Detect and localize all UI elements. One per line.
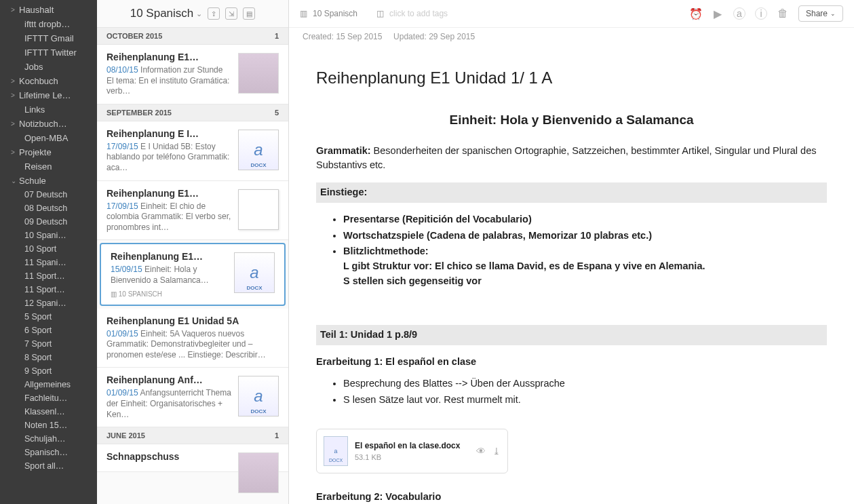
sidebar-item-label: Notizbuch… [19, 119, 67, 129]
list-item: S lesen Sätze laut vor. Rest murmelt mit… [343, 393, 827, 408]
sidebar-item[interactable]: >Notizbuch… [0, 117, 97, 131]
docx-thumb-icon: a [234, 252, 275, 293]
share-button[interactable]: Share ⌄ [798, 5, 843, 22]
sidebar-item[interactable]: Allgemeines [0, 378, 97, 391]
note-item[interactable]: Reihenplanung E1…15/09/15 Einheit: Hola … [100, 243, 286, 305]
docx-thumb-icon: a [238, 130, 279, 170]
note-content-panel: ▥ 10 Spanisch ◫ click to add tags ⏰ ▶ a … [289, 0, 854, 504]
sidebar-item[interactable]: 7 Sport [0, 337, 97, 351]
sidebar-item-label: Sport all… [24, 461, 64, 471]
sidebar-item[interactable]: Open-MBA [0, 131, 97, 145]
chevron-icon: > [11, 6, 18, 14]
sidebar-item[interactable]: ifttt dropb… [0, 17, 97, 31]
sidebar-item-label: 7 Sport [24, 339, 52, 349]
view-options-icon[interactable]: ▤ [243, 7, 255, 20]
sidebar-item-label: 5 Sport [24, 312, 52, 322]
reminder-icon[interactable]: ⏰ [690, 7, 702, 20]
created-date: 15 Sep 2015 [336, 32, 382, 41]
preview-icon[interactable]: 👁 [476, 444, 486, 459]
sidebar-item[interactable]: Klassenl… [0, 405, 97, 419]
sidebar-item-label: 12 Spani… [24, 298, 66, 308]
sidebar-item[interactable]: Fachleitu… [0, 391, 97, 405]
add-tags-placeholder[interactable]: click to add tags [389, 9, 448, 18]
note-list-scroll[interactable]: OCTOBER 20151Reihenplanung E1…08/10/15 I… [97, 28, 288, 504]
sidebar-item[interactable]: IFTTT Twitter [0, 45, 97, 60]
doc-title: Reihenplanung E1 Unidad 1/ 1 A [316, 66, 827, 90]
note-title: Reihenplanung Anf… [106, 374, 231, 385]
sidebar-item-label: ifttt dropb… [24, 19, 70, 29]
sidebar-item[interactable]: 8 Sport [0, 351, 97, 364]
sidebar-item[interactable]: 5 Sport [0, 310, 97, 324]
note-notebook-label[interactable]: 10 Spanisch [313, 9, 357, 18]
sidebar-item-label: Klassenl… [24, 407, 65, 416]
sidebar-item[interactable]: 11 Spani… [0, 256, 97, 269]
download-icon[interactable]: ⤓ [492, 444, 501, 459]
sidebar-item-label: Fachleitu… [24, 393, 67, 403]
sidebar-item[interactable]: Spanisch… [0, 446, 97, 459]
sidebar-item[interactable]: Schuljah… [0, 432, 97, 446]
sidebar-item[interactable]: Sport all… [0, 459, 97, 473]
note-body[interactable]: Reihenplanung E1 Unidad 1/ 1 A Einheit: … [289, 45, 854, 504]
sidebar-item[interactable]: IFTTT Gmail [0, 31, 97, 45]
sidebar-item-label: 10 Spani… [24, 231, 66, 240]
sidebar-item[interactable]: 11 Sport… [0, 283, 97, 296]
attachment[interactable]: a El español en la clase.docx 53.1 KB 👁 … [316, 429, 508, 473]
chevron-down-icon: ⌄ [830, 10, 836, 17]
list-item: Presentarse (Repitición del Vocabulario) [343, 214, 532, 225]
photo-thumb [238, 53, 279, 94]
trash-icon[interactable]: 🗑 [777, 7, 789, 20]
grammatik-line: Grammatik: Besonderheiten der spanischen… [316, 144, 827, 174]
info-icon[interactable]: i [755, 7, 767, 20]
notebook-icon: ▥ [300, 9, 307, 18]
sidebar-item[interactable]: >Projekte [0, 145, 97, 159]
sidebar-item-label: Projekte [19, 147, 52, 157]
sidebar-item-label: Schule [19, 176, 46, 186]
note-snippet: 01/09/15 Anfangsunterricht Thema der Ein… [106, 388, 231, 420]
note-item[interactable]: Reihenplanung E I…17/09/15 E I Unidad 5B… [97, 121, 288, 181]
sidebar-item[interactable]: 07 Deutsch [0, 188, 97, 201]
notebook-title-dropdown[interactable]: 10 Spanisch ⌄ [130, 7, 203, 20]
blank-thumb-icon [238, 189, 279, 230]
sidebar-item[interactable]: 10 Spani… [0, 229, 97, 242]
sidebar-item-label: Haushalt [19, 5, 54, 15]
note-item[interactable]: Reihenplanung E1…08/10/15 Information zu… [97, 45, 288, 104]
sidebar-item[interactable]: ⌄Schule [0, 174, 97, 188]
note-date: 01/09/15 [106, 329, 138, 338]
note-item[interactable]: Reihenplanung Anf…01/09/15 Anfangsunterr… [97, 368, 288, 427]
sidebar-item[interactable]: 6 Sport [0, 324, 97, 337]
note-snippet: 08/10/15 Information zur Stunde El tema:… [106, 65, 231, 97]
export-icon[interactable]: ⇲ [225, 7, 237, 20]
note-metadata: Created: 15 Sep 2015 Updated: 29 Sep 201… [289, 28, 854, 45]
present-icon[interactable]: ▶ [712, 7, 724, 20]
share-icon[interactable]: ⇪ [208, 7, 220, 20]
sidebar-item-label: Jobs [24, 62, 43, 72]
sidebar-item[interactable]: Links [0, 102, 97, 117]
note-item[interactable]: Reihenplanung E1…17/09/15 Einheit: El ch… [97, 181, 288, 241]
sidebar-item[interactable]: Noten 15… [0, 419, 97, 432]
note-item[interactable]: Schnappschuss [97, 444, 288, 472]
sidebar-item[interactable]: 11 Sport… [0, 269, 97, 283]
sidebar-item[interactable]: >Lifetime Le… [0, 88, 97, 102]
sidebar-item[interactable]: 09 Deutsch [0, 215, 97, 229]
sidebar-item[interactable]: >Haushalt [0, 3, 97, 17]
annotate-icon[interactable]: a [733, 7, 745, 20]
sidebar-item-label: 08 Deutsch [24, 203, 67, 213]
chevron-icon: > [11, 120, 18, 128]
sidebar-item-label: 11 Sport… [24, 285, 65, 294]
note-snippet: 17/09/15 Einheit: El chio de colombia Gr… [106, 201, 231, 233]
grammatik-label: Grammatik: [316, 145, 371, 156]
sidebar-item[interactable]: >Kochbuch [0, 74, 97, 88]
sidebar-item[interactable]: Jobs [0, 60, 97, 74]
sidebar-item-label: Lifetime Le… [19, 90, 71, 100]
sidebar-item[interactable]: 10 Sport [0, 242, 97, 256]
sidebar-item[interactable]: 9 Sport [0, 364, 97, 378]
updated-label: Updated: [393, 32, 427, 41]
note-item[interactable]: Reihenplanung E1 Unidad 5A01/09/15 Einhe… [97, 309, 288, 368]
sidebar-item[interactable]: Reisen [0, 159, 97, 174]
list-sub-item: L gibt Struktur vor: El chico se llama D… [343, 260, 705, 271]
sidebar-item[interactable]: 08 Deutsch [0, 201, 97, 215]
sidebar-item[interactable]: 12 Spani… [0, 296, 97, 310]
note-title: Reihenplanung E I… [106, 128, 231, 139]
list-sub-item: S stellen sich gegenseitig vor [343, 275, 482, 286]
tag-icon: ◫ [376, 9, 384, 18]
